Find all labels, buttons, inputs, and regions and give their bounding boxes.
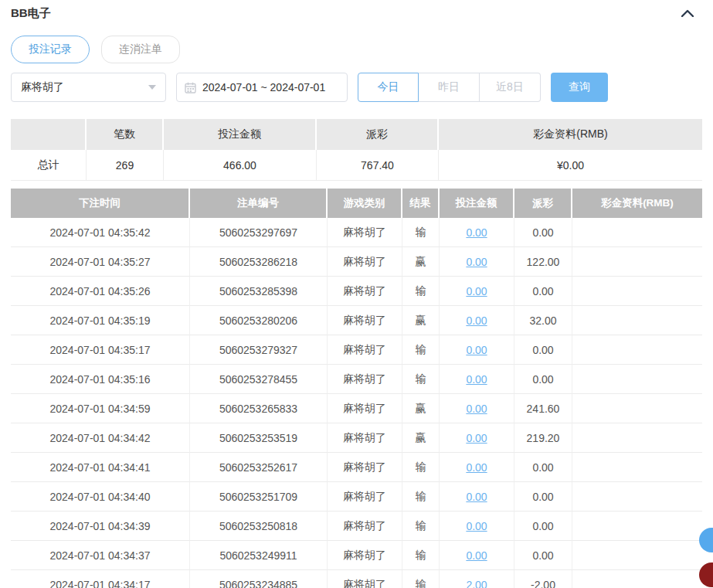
cell-time: 2024-07-01 04:34:17 xyxy=(11,570,190,588)
col-header-order-id: 注单编号 xyxy=(190,189,328,218)
records-body: 2024-07-01 04:35:42 5060253297697 麻将胡了 输… xyxy=(11,218,702,588)
cell-order-id: 5060253252617 xyxy=(190,453,328,482)
cell-time: 2024-07-01 04:35:26 xyxy=(11,277,190,306)
cell-order-id: 5060253265833 xyxy=(190,394,328,423)
cell-game: 麻将胡了 xyxy=(328,453,402,482)
cell-payout: 0.00 xyxy=(514,482,572,512)
cell-bet: 0.00 xyxy=(440,541,514,570)
cell-time: 2024-07-01 04:35:19 xyxy=(11,306,190,335)
yesterday-button[interactable]: 昨日 xyxy=(419,73,480,102)
cell-result: 赢 xyxy=(402,306,440,335)
summary-header-payout: 派彩 xyxy=(317,119,439,150)
query-button[interactable]: 查询 xyxy=(551,73,608,102)
col-header-bonus: 彩金资料(RMB) xyxy=(572,189,702,218)
bet-amount-link[interactable]: 0.00 xyxy=(466,285,487,297)
cell-game: 麻将胡了 xyxy=(328,218,402,247)
cell-order-id: 5060253253519 xyxy=(190,423,328,453)
cell-order-id: 5060253285398 xyxy=(190,277,328,306)
cell-result: 输 xyxy=(402,570,440,588)
cell-bet: 0.00 xyxy=(440,218,514,247)
game-select[interactable]: 麻将胡了 xyxy=(11,73,166,102)
cell-game: 麻将胡了 xyxy=(328,335,402,365)
bet-amount-link[interactable]: 0.00 xyxy=(466,520,487,532)
table-row: 2024-07-01 04:35:26 5060253285398 麻将胡了 输… xyxy=(11,277,702,306)
bet-amount-link[interactable]: 0.00 xyxy=(466,491,487,503)
summary-total-bonus: ¥0.00 xyxy=(439,150,702,181)
page-title: BB电子 xyxy=(11,6,51,21)
date-range-picker[interactable]: 2024-07-01 ~ 2024-07-01 xyxy=(176,73,348,102)
cell-order-id: 5060253278455 xyxy=(190,365,328,394)
cell-time: 2024-07-01 04:34:59 xyxy=(11,394,190,423)
cell-result: 赢 xyxy=(402,247,440,277)
table-row: 2024-07-01 04:34:41 5060253252617 麻将胡了 输… xyxy=(11,453,702,482)
bet-amount-link[interactable]: 0.00 xyxy=(466,314,487,327)
summary-table: 笔数 投注金额 派彩 彩金资料(RMB) 总计 269 466.00 767.4… xyxy=(11,119,702,181)
cell-result: 赢 xyxy=(402,394,440,423)
cell-order-id: 5060253297697 xyxy=(190,218,328,247)
table-row: 2024-07-01 04:35:42 5060253297697 麻将胡了 输… xyxy=(11,218,702,247)
cell-bet: 0.00 xyxy=(440,453,514,482)
cell-bet: 0.00 xyxy=(440,512,514,541)
bet-records-panel: BB电子 投注记录 连消注单 麻将胡了 2024-07-01 ~ 2024-07… xyxy=(0,0,713,588)
cell-payout: 0.00 xyxy=(514,335,572,365)
cell-result: 输 xyxy=(402,512,440,541)
records-table: 下注时间 注单编号 游戏类别 结果 投注金额 派彩 彩金资料(RMB) 2024… xyxy=(11,189,702,588)
cell-time: 2024-07-01 04:34:40 xyxy=(11,482,190,512)
bet-amount-link[interactable]: 0.00 xyxy=(466,226,487,239)
cell-time: 2024-07-01 04:34:42 xyxy=(11,423,190,453)
cell-bet: 0.00 xyxy=(440,247,514,277)
bet-amount-link[interactable]: 0.00 xyxy=(466,461,487,474)
cell-time: 2024-07-01 04:34:39 xyxy=(11,512,190,541)
cell-payout: 122.00 xyxy=(514,247,572,277)
bet-amount-link[interactable]: 2.00 xyxy=(466,579,487,588)
calendar-icon xyxy=(185,82,196,93)
col-header-bet: 投注金额 xyxy=(440,189,514,218)
cell-bet: 0.00 xyxy=(440,394,514,423)
bet-amount-link[interactable]: 0.00 xyxy=(466,373,487,386)
cell-result: 输 xyxy=(402,482,440,512)
caret-down-icon xyxy=(148,85,156,90)
cell-game: 麻将胡了 xyxy=(328,570,402,588)
summary-total-row: 总计 269 466.00 767.40 ¥0.00 xyxy=(11,150,702,181)
cell-bonus xyxy=(572,570,702,588)
today-button[interactable]: 今日 xyxy=(358,73,419,102)
cell-game: 麻将胡了 xyxy=(328,394,402,423)
cell-bonus xyxy=(572,306,702,335)
table-row: 2024-07-01 04:35:16 5060253278455 麻将胡了 输… xyxy=(11,365,702,394)
col-header-time: 下注时间 xyxy=(11,189,190,218)
cell-game: 麻将胡了 xyxy=(328,277,402,306)
summary-total-bet-amount: 466.00 xyxy=(164,150,317,181)
cell-order-id: 5060253249911 xyxy=(190,541,328,570)
table-row: 2024-07-01 04:34:59 5060253265833 麻将胡了 赢… xyxy=(11,394,702,423)
cell-order-id: 5060253280206 xyxy=(190,306,328,335)
bet-amount-link[interactable]: 0.00 xyxy=(466,403,487,415)
cell-bonus xyxy=(572,247,702,277)
summary-header-count: 笔数 xyxy=(87,119,164,150)
bet-amount-link[interactable]: 0.00 xyxy=(466,344,487,356)
last8days-button[interactable]: 近8日 xyxy=(480,73,541,102)
game-select-value: 麻将胡了 xyxy=(21,80,148,94)
tab-cancelled-orders[interactable]: 连消注单 xyxy=(101,36,180,63)
bet-amount-link[interactable]: 0.00 xyxy=(466,432,487,444)
chevron-up-icon xyxy=(681,9,694,17)
cell-order-id: 5060253250818 xyxy=(190,512,328,541)
cell-order-id: 5060253234885 xyxy=(190,570,328,588)
cell-time: 2024-07-01 04:35:17 xyxy=(11,335,190,365)
summary-header-bonus: 彩金资料(RMB) xyxy=(439,119,702,150)
cell-result: 输 xyxy=(402,218,440,247)
cell-bonus xyxy=(572,335,702,365)
summary-header-blank xyxy=(11,119,87,150)
bet-amount-link[interactable]: 0.00 xyxy=(466,256,487,268)
cell-payout: -2.00 xyxy=(514,570,572,588)
bet-amount-link[interactable]: 0.00 xyxy=(466,549,487,562)
cell-bet: 0.00 xyxy=(440,335,514,365)
table-row: 2024-07-01 04:34:40 5060253251709 麻将胡了 输… xyxy=(11,482,702,512)
tab-bet-records[interactable]: 投注记录 xyxy=(11,36,90,63)
cell-game: 麻将胡了 xyxy=(328,423,402,453)
col-header-game: 游戏类别 xyxy=(328,189,402,218)
cell-payout: 0.00 xyxy=(514,218,572,247)
records-header-row: 下注时间 注单编号 游戏类别 结果 投注金额 派彩 彩金资料(RMB) xyxy=(11,189,702,218)
collapse-button[interactable] xyxy=(679,5,696,22)
panel-header: BB电子 xyxy=(11,3,702,23)
summary-header-bet-amount: 投注金额 xyxy=(164,119,317,150)
